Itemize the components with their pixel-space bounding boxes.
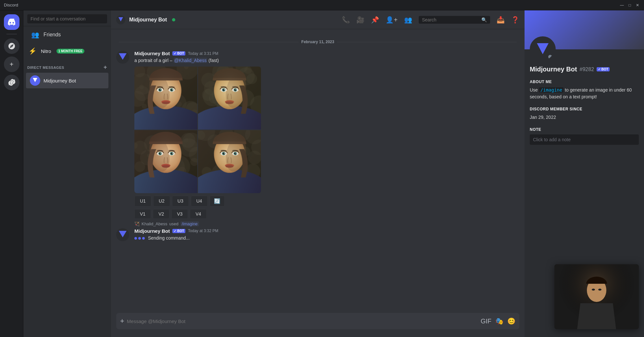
user-panel: Midjourney Bot #9282 ✓ BOT ABOUT ME Use … [525,10,644,337]
message-text-2: Sending command... [134,235,519,242]
members-icon[interactable]: 👥 [404,16,412,24]
svg-point-0 [34,79,36,80]
help-icon[interactable]: ❓ [511,16,519,24]
add-member-icon[interactable]: 👤+ [386,16,398,24]
video-overlay [554,264,639,329]
message-group-2: Midjourney Bot ✓ BOT Today at 3:32 PM Se… [111,227,525,243]
user-panel-avatar-status [547,54,553,60]
chat-input-actions: GIF 🎭 😊 [481,317,515,325]
dot-3 [142,237,145,240]
used-command-notice: 🏹 Khalid_Abess used /imagine [111,220,525,227]
search-bar: 🔍 [419,16,490,24]
titlebar-controls: — □ ✕ [619,3,640,8]
member-since-date: Jan 29, 2022 [530,114,639,121]
svg-point-3 [122,232,124,234]
sending-dots [134,237,145,240]
v2-button[interactable]: V2 [153,209,169,219]
video-icon[interactable]: 🎥 [356,16,365,24]
image-cell-2 [198,67,261,130]
refresh-button[interactable]: 🔄 [210,196,225,206]
message-group-1: Midjourney Bot ✓ BOT Today at 3:31 PM a … [111,49,525,220]
midjourney-bot-avatar-1 [116,51,129,64]
inbox-icon[interactable]: 📥 [497,16,505,24]
chat-messages: February 11, 2023 Midjourney Bot ✓ BOT T… [111,29,525,313]
v1-button[interactable]: V1 [134,209,151,219]
dm-section-header: DIRECT MESSAGES + [23,59,111,72]
nitro-badge: 1 MONTH FREE [56,49,84,54]
phone-icon[interactable]: 📞 [342,16,350,24]
message-input[interactable] [127,315,478,328]
message-content-1: Midjourney Bot ✓ BOT Today at 3:31 PM a … [134,51,519,219]
chat-header: Midjourney Bot 📞 🎥 📌 👤+ 👥 🔍 📥 ❓ [111,10,525,29]
message-header-2: Midjourney Bot ✓ BOT Today at 3:32 PM [134,228,519,234]
user-panel-bot-badge: ✓ BOT [597,67,610,71]
pin-icon[interactable]: 📌 [371,16,379,24]
nitro-icon: ⚡ [27,46,38,56]
add-server-button[interactable]: + [4,56,19,72]
chat-header-status [172,18,175,21]
midjourney-bot-label: Midjourney Bot [43,78,76,83]
note-section: NOTE Click to add a note [530,127,639,145]
message-timestamp-1: Today at 3:31 PM [188,51,218,56]
gif-icon[interactable]: GIF [481,318,491,325]
action-buttons-u: U1 U2 U3 U4 🔄 [134,196,519,206]
note-input[interactable]: Click to add a note [530,134,639,145]
used-command-user: Khalid_Abess [142,221,167,226]
add-file-button[interactable]: + [120,313,124,329]
svg-point-4 [541,45,544,48]
chat-input-area: + GIF 🎭 😊 [111,313,525,337]
note-title: NOTE [530,127,639,132]
bot-badge-2: ✓ BOT [172,229,185,233]
minimize-button[interactable]: — [619,3,625,8]
discord-home-button[interactable] [4,14,19,30]
image-cell-4 [198,130,261,193]
close-button[interactable]: ✕ [635,3,640,8]
used-command-cmd: /imagine [180,221,199,226]
message-author-2: Midjourney Bot [134,228,170,234]
dot-1 [134,237,137,240]
u4-button[interactable]: U4 [191,196,208,206]
message-author-1: Midjourney Bot [134,51,170,56]
v3-button[interactable]: V3 [171,209,188,219]
dm-item-midjourney[interactable]: Midjourney Bot [26,73,108,88]
image-cell-3 [134,130,197,193]
explore-servers-button[interactable] [4,38,19,54]
openai-icon[interactable] [4,75,19,90]
search-icon: 🔍 [481,17,487,22]
emoji-icon[interactable]: 😊 [507,317,515,325]
sticker-icon[interactable]: 🎭 [495,317,503,325]
svg-point-1 [120,18,121,19]
find-conversation-input[interactable] [27,14,107,23]
chat-header-icons: 📞 🎥 📌 👤+ 👥 🔍 📥 ❓ [342,16,519,24]
date-divider: February 11, 2023 [119,40,517,44]
chat-header-name: Midjourney Bot [129,17,167,23]
nitro-item[interactable]: ⚡ Nitro 1 MONTH FREE [23,43,111,59]
v4-button[interactable]: V4 [190,209,206,219]
maximize-button[interactable]: □ [627,3,632,8]
message-content-2: Midjourney Bot ✓ BOT Today at 3:32 PM Se… [134,228,519,242]
friends-item[interactable]: 👥 Friends [26,27,108,43]
sending-text: Sending command... [148,235,190,241]
titlebar: Discord — □ ✕ [0,0,644,10]
u2-button[interactable]: U2 [153,196,170,206]
about-me-title: ABOUT ME [530,80,639,84]
about-me-section: ABOUT ME Use /imagine to generate an ima… [530,80,639,100]
about-me-text: Use /imagine to generate an image in und… [530,87,639,100]
message-timestamp-2: Today at 3:32 PM [188,229,218,233]
member-since-title: DISCORD MEMBER SINCE [530,107,639,111]
chat-header-bot-icon [116,15,125,24]
message-mention: @Khalid_Abess [174,58,207,63]
add-dm-button[interactable]: + [104,64,107,71]
app-layout: + 👥 Friends ⚡ Nitro 1 MONTH FREE DIRECT … [0,10,644,337]
member-since-section: DISCORD MEMBER SINCE Jan 29, 2022 [530,107,639,121]
search-input[interactable] [422,17,479,22]
dm-section-title: DIRECT MESSAGES [27,66,64,69]
used-command-icon: 🏹 [134,221,140,226]
message-header-1: Midjourney Bot ✓ BOT Today at 3:31 PM [134,51,519,56]
user-panel-avatar [530,36,556,62]
chat-input-box: + GIF 🎭 😊 [116,313,519,329]
u3-button[interactable]: U3 [172,196,189,206]
bot-badge-1: ✓ BOT [172,51,185,56]
imagine-command-link: /imagine [539,87,564,93]
u1-button[interactable]: U1 [134,196,151,206]
